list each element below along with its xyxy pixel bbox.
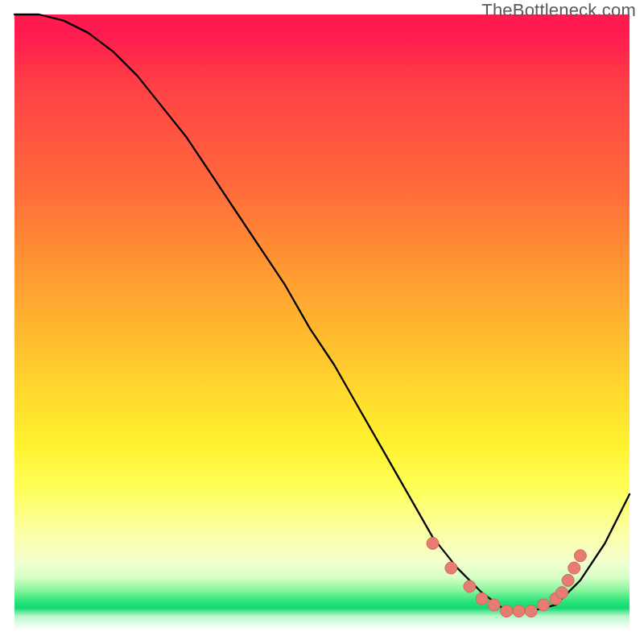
- marker-dot: [488, 599, 500, 611]
- marker-dot: [501, 605, 513, 617]
- marker-dot: [513, 605, 525, 617]
- marker-dot: [464, 580, 476, 592]
- marker-dot: [574, 550, 586, 562]
- valley-markers: [427, 538, 586, 617]
- chart-root: TheBottleneck.com: [0, 0, 644, 644]
- chart-svg: [14, 14, 630, 630]
- marker-dot: [556, 587, 568, 599]
- marker-dot: [538, 599, 550, 611]
- watermark-label: TheBottleneck.com: [481, 0, 636, 21]
- marker-dot: [476, 592, 488, 605]
- marker-dot: [562, 574, 574, 586]
- marker-dot: [445, 562, 457, 574]
- marker-dot: [427, 538, 439, 550]
- marker-dot: [525, 605, 537, 617]
- marker-dot: [568, 562, 580, 574]
- bottleneck-curve: [14, 14, 630, 611]
